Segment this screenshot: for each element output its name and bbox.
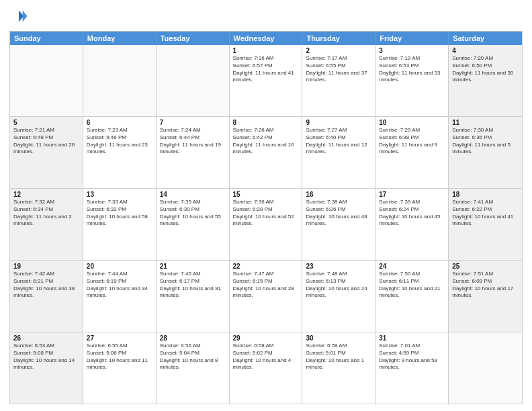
calendar-cell: 19Sunrise: 7:42 AM Sunset: 6:21 PM Dayli… — [10, 261, 83, 332]
day-number: 19 — [13, 263, 79, 270]
cell-text: Sunrise: 7:21 AM Sunset: 6:48 PM Dayligh… — [13, 127, 79, 156]
weekday-header: Tuesday — [157, 32, 230, 45]
cell-text: Sunrise: 7:38 AM Sunset: 6:26 PM Dayligh… — [306, 199, 371, 228]
day-number: 13 — [87, 191, 152, 198]
day-number: 16 — [306, 191, 371, 198]
logo-icon — [9, 7, 28, 26]
weekday-header: Friday — [375, 32, 449, 45]
day-number: 24 — [379, 263, 445, 270]
cell-text: Sunrise: 7:50 AM Sunset: 6:11 PM Dayligh… — [379, 271, 445, 300]
calendar-row: 19Sunrise: 7:42 AM Sunset: 6:21 PM Dayli… — [10, 260, 522, 332]
calendar-cell: 16Sunrise: 7:38 AM Sunset: 6:26 PM Dayli… — [302, 189, 375, 260]
calendar-row: 1Sunrise: 7:16 AM Sunset: 6:57 PM Daylig… — [10, 45, 522, 116]
day-number: 10 — [379, 119, 445, 126]
day-number: 2 — [306, 47, 371, 54]
calendar-cell: 25Sunrise: 7:51 AM Sunset: 6:09 PM Dayli… — [449, 261, 522, 332]
cell-text: Sunrise: 7:35 AM Sunset: 6:30 PM Dayligh… — [160, 199, 226, 228]
cell-text: Sunrise: 7:30 AM Sunset: 6:36 PM Dayligh… — [452, 127, 519, 156]
calendar-cell: 6Sunrise: 7:23 AM Sunset: 6:46 PM Daylig… — [83, 117, 157, 188]
calendar-cell: 30Sunrise: 6:59 AM Sunset: 5:01 PM Dayli… — [302, 332, 375, 404]
day-number: 9 — [306, 119, 371, 126]
calendar-cell: 13Sunrise: 7:33 AM Sunset: 6:32 PM Dayli… — [83, 189, 157, 260]
weekday-header: Wednesday — [230, 32, 303, 45]
calendar-cell: 8Sunrise: 7:26 AM Sunset: 6:42 PM Daylig… — [230, 117, 303, 188]
calendar-cell: 31Sunrise: 7:01 AM Sunset: 4:59 PM Dayli… — [375, 332, 449, 404]
cell-text: Sunrise: 7:36 AM Sunset: 6:28 PM Dayligh… — [233, 199, 299, 228]
cell-text: Sunrise: 7:44 AM Sunset: 6:19 PM Dayligh… — [87, 271, 152, 300]
calendar-row: 26Sunrise: 6:53 AM Sunset: 5:08 PM Dayli… — [10, 332, 522, 404]
calendar: SundayMondayTuesdayWednesdayThursdayFrid… — [9, 31, 523, 404]
cell-text: Sunrise: 7:27 AM Sunset: 6:40 PM Dayligh… — [306, 127, 371, 156]
calendar-cell: 29Sunrise: 6:58 AM Sunset: 5:02 PM Dayli… — [230, 332, 303, 404]
calendar-cell: 4Sunrise: 7:20 AM Sunset: 6:50 PM Daylig… — [449, 45, 522, 116]
cell-text: Sunrise: 7:16 AM Sunset: 6:57 PM Dayligh… — [233, 55, 299, 84]
cell-text: Sunrise: 7:48 AM Sunset: 6:13 PM Dayligh… — [306, 271, 371, 300]
calendar-cell: 23Sunrise: 7:48 AM Sunset: 6:13 PM Dayli… — [302, 261, 375, 332]
cell-text: Sunrise: 6:53 AM Sunset: 5:08 PM Dayligh… — [13, 342, 79, 371]
cell-text: Sunrise: 7:23 AM Sunset: 6:46 PM Dayligh… — [87, 127, 152, 156]
day-number: 21 — [160, 263, 226, 270]
calendar-cell: 12Sunrise: 7:32 AM Sunset: 6:34 PM Dayli… — [10, 189, 83, 260]
day-number: 14 — [160, 191, 226, 198]
calendar-cell: 21Sunrise: 7:45 AM Sunset: 6:17 PM Dayli… — [157, 261, 230, 332]
cell-text: Sunrise: 7:41 AM Sunset: 6:22 PM Dayligh… — [452, 199, 519, 228]
cell-text: Sunrise: 7:19 AM Sunset: 6:53 PM Dayligh… — [379, 55, 445, 84]
calendar-cell: 14Sunrise: 7:35 AM Sunset: 6:30 PM Dayli… — [157, 189, 230, 260]
weekday-header: Monday — [83, 32, 157, 45]
day-number: 17 — [379, 191, 445, 198]
calendar-cell: 24Sunrise: 7:50 AM Sunset: 6:11 PM Dayli… — [375, 261, 449, 332]
cell-text: Sunrise: 7:17 AM Sunset: 6:55 PM Dayligh… — [306, 55, 371, 84]
cell-text: Sunrise: 6:56 AM Sunset: 5:04 PM Dayligh… — [160, 342, 226, 371]
day-number: 7 — [160, 119, 226, 126]
cell-text: Sunrise: 6:58 AM Sunset: 5:02 PM Dayligh… — [233, 342, 299, 371]
calendar-cell — [449, 332, 522, 404]
weekday-header: Saturday — [449, 32, 522, 45]
day-number: 23 — [306, 263, 371, 270]
calendar-cell — [10, 45, 83, 116]
day-number: 25 — [452, 263, 519, 270]
calendar-cell: 17Sunrise: 7:39 AM Sunset: 6:24 PM Dayli… — [375, 189, 449, 260]
cell-text: Sunrise: 7:24 AM Sunset: 6:44 PM Dayligh… — [160, 127, 226, 156]
day-number: 6 — [87, 119, 152, 126]
calendar-cell: 9Sunrise: 7:27 AM Sunset: 6:40 PM Daylig… — [302, 117, 375, 188]
cell-text: Sunrise: 6:59 AM Sunset: 5:01 PM Dayligh… — [306, 342, 371, 371]
day-number: 31 — [379, 334, 445, 342]
day-number: 11 — [452, 119, 519, 126]
day-number: 15 — [233, 191, 299, 198]
cell-text: Sunrise: 7:33 AM Sunset: 6:32 PM Dayligh… — [87, 199, 152, 228]
calendar-cell: 22Sunrise: 7:47 AM Sunset: 6:15 PM Dayli… — [230, 261, 303, 332]
cell-text: Sunrise: 7:32 AM Sunset: 6:34 PM Dayligh… — [13, 199, 79, 228]
cell-text: Sunrise: 6:55 AM Sunset: 5:06 PM Dayligh… — [87, 342, 152, 371]
page: SundayMondayTuesdayWednesdayThursdayFrid… — [0, 0, 532, 411]
header — [9, 7, 523, 26]
day-number: 30 — [306, 334, 371, 342]
logo — [9, 7, 31, 26]
calendar-cell: 2Sunrise: 7:17 AM Sunset: 6:55 PM Daylig… — [302, 45, 375, 116]
day-number: 27 — [87, 334, 152, 342]
day-number: 28 — [160, 334, 226, 342]
day-number: 26 — [13, 334, 79, 342]
calendar-cell: 5Sunrise: 7:21 AM Sunset: 6:48 PM Daylig… — [10, 117, 83, 188]
calendar-cell: 18Sunrise: 7:41 AM Sunset: 6:22 PM Dayli… — [449, 189, 522, 260]
calendar-cell: 3Sunrise: 7:19 AM Sunset: 6:53 PM Daylig… — [375, 45, 449, 116]
calendar-cell: 26Sunrise: 6:53 AM Sunset: 5:08 PM Dayli… — [10, 332, 83, 404]
day-number: 1 — [233, 47, 299, 54]
day-number: 3 — [379, 47, 445, 54]
calendar-cell: 20Sunrise: 7:44 AM Sunset: 6:19 PM Dayli… — [83, 261, 157, 332]
cell-text: Sunrise: 7:20 AM Sunset: 6:50 PM Dayligh… — [452, 55, 519, 84]
calendar-cell: 1Sunrise: 7:16 AM Sunset: 6:57 PM Daylig… — [230, 45, 303, 116]
calendar-row: 5Sunrise: 7:21 AM Sunset: 6:48 PM Daylig… — [10, 116, 522, 188]
calendar-cell: 27Sunrise: 6:55 AM Sunset: 5:06 PM Dayli… — [83, 332, 157, 404]
cell-text: Sunrise: 7:45 AM Sunset: 6:17 PM Dayligh… — [160, 271, 226, 300]
calendar-cell: 28Sunrise: 6:56 AM Sunset: 5:04 PM Dayli… — [157, 332, 230, 404]
weekday-header: Sunday — [10, 32, 83, 45]
calendar-cell — [83, 45, 157, 116]
day-number: 22 — [233, 263, 299, 270]
cell-text: Sunrise: 7:29 AM Sunset: 6:38 PM Dayligh… — [379, 127, 445, 156]
day-number: 4 — [452, 47, 519, 54]
cell-text: Sunrise: 7:26 AM Sunset: 6:42 PM Dayligh… — [233, 127, 299, 156]
calendar-cell: 10Sunrise: 7:29 AM Sunset: 6:38 PM Dayli… — [375, 117, 449, 188]
day-number: 20 — [87, 263, 152, 270]
cell-text: Sunrise: 7:51 AM Sunset: 6:09 PM Dayligh… — [452, 271, 519, 300]
calendar-cell: 7Sunrise: 7:24 AM Sunset: 6:44 PM Daylig… — [157, 117, 230, 188]
